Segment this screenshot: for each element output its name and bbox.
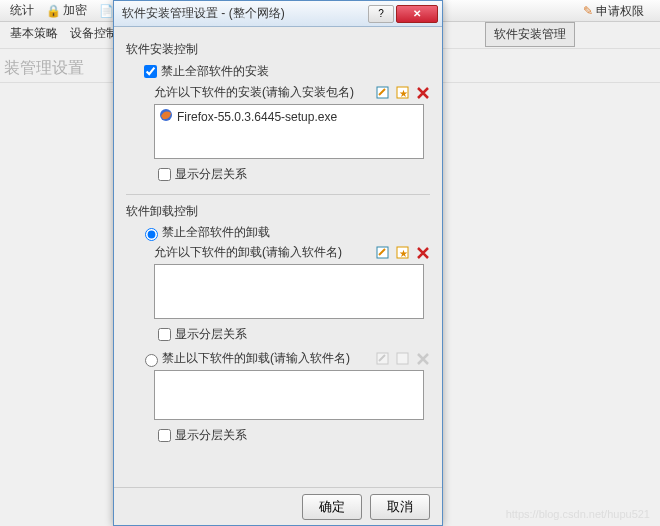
forbid-all-install-label: 禁止全部软件的安装 — [161, 63, 269, 80]
allow-install-label: 允许以下软件的安装(请输入安装包名) — [154, 84, 376, 101]
pencil-icon: ✎ — [583, 4, 593, 18]
uninstall-section-label: 软件卸载控制 — [126, 203, 430, 220]
forbid-listed-uninstall-radio[interactable] — [145, 354, 158, 367]
show-tree-install-label: 显示分层关系 — [175, 166, 247, 183]
lock-icon: 🔒 — [46, 4, 61, 18]
background-tabs: 基本策略 设备控制 — [0, 22, 118, 44]
edit-icon[interactable] — [376, 246, 390, 260]
forbid-all-uninstall-label: 禁止全部软件的卸载 — [162, 224, 270, 241]
new-icon[interactable]: ★ — [396, 246, 410, 260]
tab-device-control[interactable]: 设备控制 — [70, 25, 118, 42]
new-icon[interactable]: ★ — [396, 86, 410, 100]
show-tree-forbidden-label: 显示分层关系 — [175, 427, 247, 444]
delete-icon — [416, 352, 430, 366]
dialog-title: 软件安装管理设置 - (整个网络) — [122, 5, 366, 22]
tab-basic-policy[interactable]: 基本策略 — [10, 25, 58, 42]
list-item[interactable]: Firefox-55.0.3.6445-setup.exe — [157, 107, 421, 126]
delete-icon[interactable] — [416, 246, 430, 260]
svg-text:★: ★ — [399, 248, 408, 259]
dialog-titlebar[interactable]: 软件安装管理设置 - (整个网络) ? ✕ — [114, 1, 442, 27]
forbid-listed-uninstall-label: 禁止以下软件的卸载(请输入软件名) — [162, 350, 376, 367]
watermark: https://blog.csdn.net/hupu521 — [506, 508, 650, 520]
svg-rect-8 — [397, 353, 408, 364]
forbid-all-install-checkbox[interactable] — [144, 65, 157, 78]
install-section-label: 软件安装控制 — [126, 41, 430, 58]
allowed-install-listbox[interactable]: Firefox-55.0.3.6445-setup.exe — [154, 104, 424, 159]
ok-button[interactable]: 确定 — [302, 494, 362, 520]
edit-icon — [376, 352, 390, 366]
toolbar-encrypt[interactable]: 🔒加密 — [40, 0, 93, 21]
close-button[interactable]: ✕ — [396, 5, 438, 23]
firefox-icon — [159, 108, 173, 125]
help-button[interactable]: ? — [368, 5, 394, 23]
show-tree-uninstall-label: 显示分层关系 — [175, 326, 247, 343]
dialog-footer: 确定 取消 — [114, 487, 442, 525]
show-tree-forbidden-checkbox[interactable] — [158, 429, 171, 442]
delete-icon[interactable] — [416, 86, 430, 100]
forbid-all-uninstall-radio[interactable] — [145, 228, 158, 241]
toolbar-stats[interactable]: 统计 — [4, 0, 40, 21]
page-title: 装管理设置 — [4, 58, 84, 79]
show-tree-install-checkbox[interactable] — [158, 168, 171, 181]
settings-dialog: 软件安装管理设置 - (整个网络) ? ✕ 软件安装控制 禁止全部软件的安装 允… — [113, 0, 443, 526]
forbidden-uninstall-listbox[interactable] — [154, 370, 424, 420]
allowed-uninstall-listbox[interactable] — [154, 264, 424, 319]
page-icon: 📄 — [99, 4, 114, 18]
new-icon — [396, 352, 410, 366]
show-tree-uninstall-checkbox[interactable] — [158, 328, 171, 341]
active-tab-software-install[interactable]: 软件安装管理 — [485, 22, 575, 47]
edit-icon[interactable] — [376, 86, 390, 100]
allow-uninstall-label: 允许以下软件的卸载(请输入软件名) — [154, 244, 376, 261]
svg-text:★: ★ — [399, 88, 408, 99]
request-permission-button[interactable]: ✎ 申请权限 — [577, 0, 650, 22]
cancel-button[interactable]: 取消 — [370, 494, 430, 520]
